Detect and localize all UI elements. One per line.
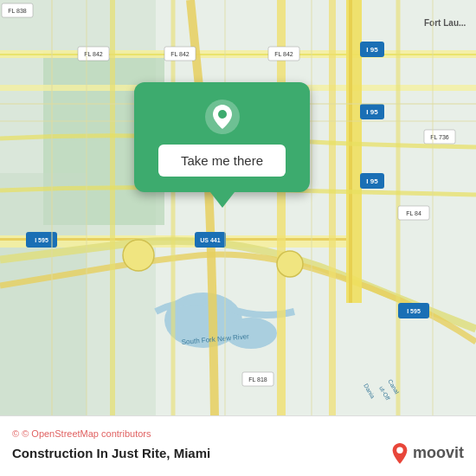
svg-rect-7 bbox=[0, 54, 476, 55]
popup-bubble: Take me there bbox=[134, 82, 310, 192]
take-me-there-button[interactable]: Take me there bbox=[158, 145, 286, 177]
svg-text:US 441: US 441 bbox=[200, 237, 220, 243]
map-attribution: © © OpenStreetMap contributors bbox=[12, 428, 464, 439]
svg-text:I 95: I 95 bbox=[366, 108, 378, 116]
svg-rect-14 bbox=[349, 0, 352, 303]
svg-text:Fort Lau...: Fort Lau... bbox=[424, 18, 466, 28]
svg-point-47 bbox=[277, 251, 303, 277]
popup-arrow bbox=[210, 192, 235, 208]
map-background: FL 838 FL 842 FL 842 FL 842 I 95 I 95 I … bbox=[0, 0, 476, 415]
copyright-symbol: © bbox=[12, 428, 19, 439]
svg-rect-13 bbox=[346, 0, 362, 303]
svg-text:FL 84: FL 84 bbox=[406, 210, 421, 216]
svg-text:I 595: I 595 bbox=[407, 308, 421, 314]
map-pin-icon bbox=[203, 98, 241, 136]
bottom-bar: © © OpenStreetMap contributors Construct… bbox=[0, 415, 476, 476]
place-name: Construction In Just Rite, Miami bbox=[12, 446, 210, 460]
svg-text:I 595: I 595 bbox=[35, 237, 48, 243]
svg-rect-12 bbox=[329, 0, 336, 415]
svg-rect-3 bbox=[0, 173, 87, 415]
moovit-pin-icon bbox=[390, 442, 409, 465]
location-popup: Take me there bbox=[134, 82, 310, 208]
svg-point-46 bbox=[123, 240, 154, 271]
svg-text:I 95: I 95 bbox=[366, 46, 378, 54]
svg-point-49 bbox=[218, 110, 227, 119]
attribution-text: © OpenStreetMap contributors bbox=[22, 428, 151, 439]
svg-text:FL 838: FL 838 bbox=[8, 8, 27, 14]
svg-text:FL 842: FL 842 bbox=[274, 51, 293, 57]
map-view: FL 838 FL 842 FL 842 FL 842 I 95 I 95 I … bbox=[0, 0, 476, 415]
moovit-brand-text: moovit bbox=[413, 444, 464, 462]
svg-text:FL 818: FL 818 bbox=[248, 376, 267, 383]
svg-text:I 95: I 95 bbox=[366, 177, 378, 185]
svg-text:FL 842: FL 842 bbox=[170, 51, 190, 57]
svg-point-50 bbox=[396, 447, 402, 453]
bottom-row: Construction In Just Rite, Miami moovit bbox=[12, 442, 464, 465]
moovit-logo: moovit bbox=[390, 442, 464, 465]
svg-rect-11 bbox=[277, 0, 286, 415]
